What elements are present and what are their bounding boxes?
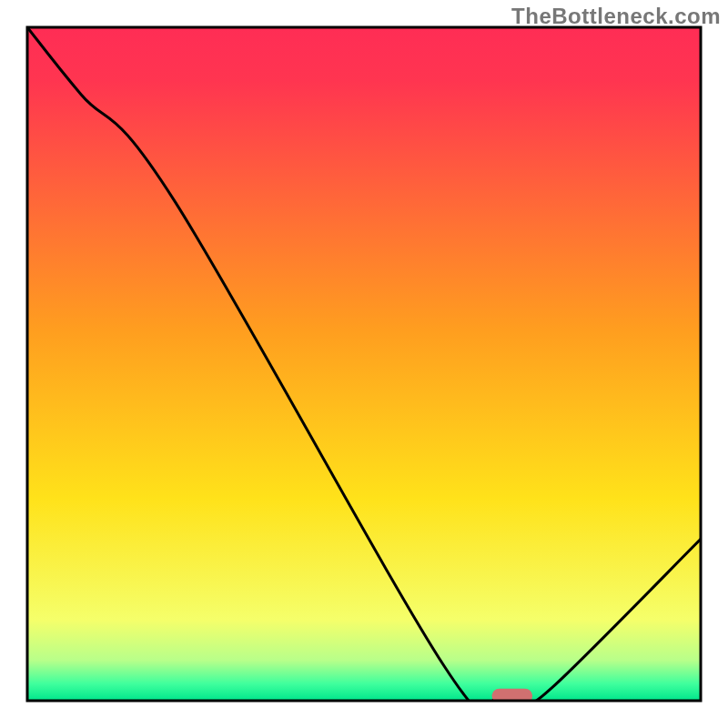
watermark-text: TheBottleneck.com [511, 4, 721, 29]
bottleneck-chart [0, 0, 728, 728]
gradient-background [27, 27, 701, 701]
chart-container: TheBottleneck.com [0, 0, 728, 728]
